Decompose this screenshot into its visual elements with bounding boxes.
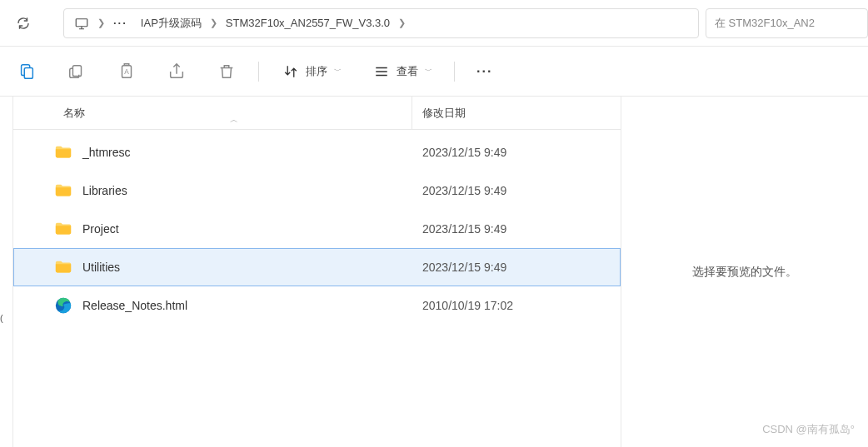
svg-text:A: A xyxy=(124,67,129,75)
breadcrumb-item-1[interactable]: STM32F10x_AN2557_FW_V3.3.0 xyxy=(219,13,397,32)
view-icon xyxy=(372,62,392,82)
chevron-down-icon: ﹀ xyxy=(425,66,432,77)
file-date: 2010/10/19 17:02 xyxy=(412,299,513,312)
breadcrumb-item-0[interactable]: IAP升级源码 xyxy=(134,12,208,34)
file-row[interactable]: Utilities2023/12/15 9:49 xyxy=(13,248,621,286)
titlebar: ❯ ··· IAP升级源码 ❯ STM32F10x_AN2557_FW_V3.3… xyxy=(0,0,868,47)
paste-button[interactable]: A xyxy=(117,62,137,82)
delete-button[interactable] xyxy=(217,62,237,82)
watermark: CSDN @南有孤岛° xyxy=(762,422,855,437)
svg-rect-3 xyxy=(72,65,81,76)
chevron-right-icon: ❯ xyxy=(96,17,107,28)
trash-icon xyxy=(217,62,237,82)
search-input[interactable]: 在 STM32F10x_AN2 xyxy=(706,8,868,38)
main-area: ( 名称 ︿ 修改日期 _htmresc2023/12/15 9:49Libra… xyxy=(0,97,868,447)
refresh-icon xyxy=(16,16,31,31)
column-name-label: 名称 xyxy=(63,107,85,119)
share-icon xyxy=(167,62,187,82)
view-label: 查看 xyxy=(397,64,418,79)
file-name: Release_Notes.html xyxy=(82,299,187,312)
sort-indicator-icon: ︿ xyxy=(230,114,238,126)
chevron-down-icon: ﹀ xyxy=(334,66,342,77)
file-date: 2023/12/15 9:49 xyxy=(412,146,506,159)
copy-icon xyxy=(67,62,87,82)
cut-icon xyxy=(17,62,37,82)
column-name[interactable]: 名称 ︿ xyxy=(13,106,412,121)
sort-icon xyxy=(281,62,301,82)
file-date: 2023/12/15 9:49 xyxy=(412,261,506,274)
preview-empty-text: 选择要预览的文件。 xyxy=(692,265,797,280)
sort-button[interactable]: 排序 ﹀ xyxy=(281,62,342,82)
cut-button[interactable] xyxy=(17,62,37,82)
file-row[interactable]: Libraries2023/12/15 9:49 xyxy=(13,171,621,210)
preview-pane: 选择要预览的文件。 CSDN @南有孤岛° xyxy=(621,97,868,447)
toolbar-divider xyxy=(258,62,259,82)
column-header: 名称 ︿ 修改日期 xyxy=(13,97,621,130)
file-date: 2023/12/15 9:49 xyxy=(412,184,506,197)
chevron-right-icon: ❯ xyxy=(397,17,407,28)
nav-strip: ( xyxy=(0,97,13,447)
file-row[interactable]: _htmresc2023/12/15 9:49 xyxy=(13,133,621,171)
strip-text: ( xyxy=(0,313,3,323)
more-button[interactable]: ··· xyxy=(476,64,492,79)
copy-button[interactable] xyxy=(67,62,87,82)
paste-icon: A xyxy=(117,62,137,82)
file-list: _htmresc2023/12/15 9:49Libraries2023/12/… xyxy=(13,130,621,325)
folder-icon xyxy=(54,181,72,200)
toolbar: A 排序 ﹀ 查看 ﹀ ··· xyxy=(0,47,868,97)
device-icon[interactable] xyxy=(67,12,96,34)
edge-icon xyxy=(54,296,72,315)
file-row[interactable]: Release_Notes.html2010/10/19 17:02 xyxy=(13,286,621,325)
refresh-button[interactable] xyxy=(0,0,47,47)
share-button[interactable] xyxy=(167,62,187,82)
folder-icon xyxy=(54,143,72,161)
file-row[interactable]: Project2023/12/15 9:49 xyxy=(13,210,621,248)
sort-label: 排序 xyxy=(306,64,327,79)
view-button[interactable]: 查看 ﹀ xyxy=(372,62,432,82)
toolbar-divider xyxy=(454,62,455,82)
folder-icon xyxy=(54,220,72,238)
file-date: 2023/12/15 9:49 xyxy=(412,222,506,236)
folder-icon xyxy=(54,258,72,276)
breadcrumb[interactable]: ❯ ··· IAP升级源码 ❯ STM32F10x_AN2557_FW_V3.3… xyxy=(63,8,699,38)
file-name: Libraries xyxy=(82,184,127,197)
file-pane: 名称 ︿ 修改日期 _htmresc2023/12/15 9:49Librari… xyxy=(13,97,621,447)
chevron-right-icon: ❯ xyxy=(208,17,219,28)
file-name: Project xyxy=(82,222,119,236)
svg-rect-0 xyxy=(76,18,87,26)
file-name: Utilities xyxy=(82,261,120,274)
svg-rect-2 xyxy=(24,67,32,78)
breadcrumb-overflow[interactable]: ··· xyxy=(107,13,134,32)
file-name: _htmresc xyxy=(82,146,131,159)
column-modified[interactable]: 修改日期 xyxy=(412,97,621,129)
